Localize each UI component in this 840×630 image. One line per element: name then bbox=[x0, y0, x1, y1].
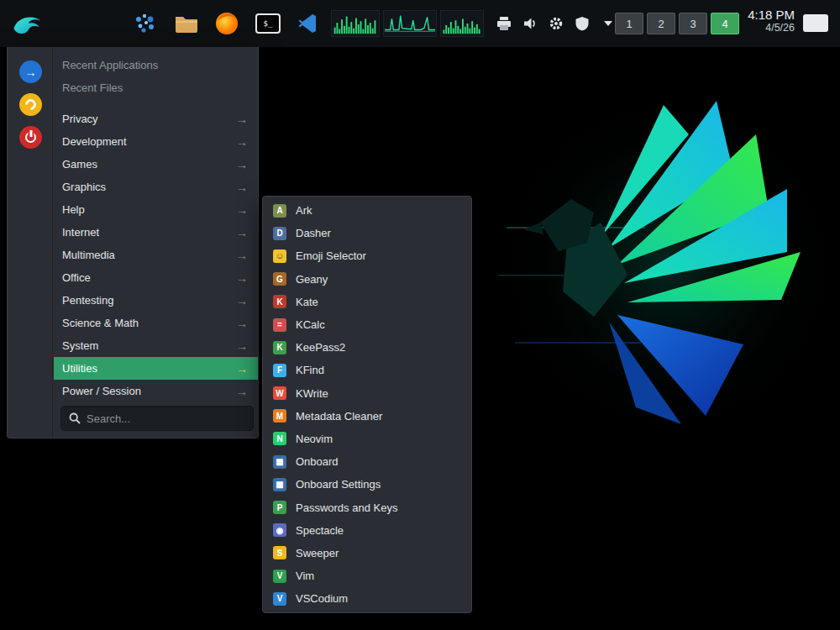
kali-logo-icon bbox=[11, 9, 43, 38]
recent-block: Recent Applications Recent Files bbox=[54, 47, 258, 99]
search-input[interactable] bbox=[87, 412, 245, 425]
submenu-arrow-icon: → bbox=[236, 317, 248, 330]
submenu-item-geany[interactable]: GGeany bbox=[263, 268, 471, 291]
workspace-button-4[interactable]: 4 bbox=[711, 13, 739, 34]
recent-applications-item[interactable]: Recent Applications bbox=[54, 54, 258, 76]
vscode-icon[interactable] bbox=[293, 7, 323, 40]
submenu-item-kfind[interactable]: FKFind bbox=[263, 359, 471, 381]
passwords-and-keys-icon: P bbox=[273, 501, 286, 514]
shutdown-button[interactable] bbox=[19, 126, 42, 149]
volume-icon[interactable] bbox=[522, 15, 538, 32]
submenu-item-onboard-settings[interactable]: ▦Onboard Settings bbox=[263, 473, 471, 496]
menu-category-multimedia[interactable]: Multimedia→ bbox=[54, 244, 258, 266]
submenu-item-sweeper[interactable]: SSweeper bbox=[263, 542, 471, 564]
submenu-item-emoji-selector[interactable]: ☺Emoji Selector bbox=[263, 244, 471, 267]
menu-category-label: Office bbox=[62, 271, 91, 284]
workspace-button-3[interactable]: 3 bbox=[679, 13, 707, 34]
show-desktop-button[interactable] bbox=[803, 14, 828, 32]
submenu-item-ark[interactable]: AArk bbox=[263, 199, 471, 222]
submenu-item-metadata-cleaner[interactable]: MMetadata Cleaner bbox=[263, 405, 471, 428]
menu-content: Recent Applications Recent Files Privacy… bbox=[54, 47, 258, 438]
submenu-item-vscodium[interactable]: VVSCodium bbox=[263, 587, 471, 610]
firefox-icon[interactable] bbox=[212, 7, 242, 40]
workspace-button-2[interactable]: 2 bbox=[647, 13, 675, 34]
shield-icon[interactable] bbox=[574, 15, 591, 32]
application-menu-popup: → Recent Applications Recent Files Priva… bbox=[7, 47, 259, 438]
menu-category-label: Internet bbox=[62, 226, 99, 239]
vim-icon: V bbox=[273, 570, 286, 583]
kwrite-icon: W bbox=[273, 386, 286, 400]
submenu-arrow-icon: → bbox=[236, 113, 248, 126]
menu-category-label: Science & Math bbox=[62, 317, 139, 329]
onboard-settings-icon: ▦ bbox=[273, 478, 286, 491]
terminal-glyph: $_ bbox=[255, 13, 281, 34]
submenu-arrow-icon: → bbox=[236, 339, 248, 353]
memory-graph bbox=[440, 10, 484, 37]
menu-category-pentesting[interactable]: Pentesting→ bbox=[54, 289, 258, 312]
menu-category-privacy[interactable]: Privacy→ bbox=[54, 108, 258, 130]
submenu-arrow-icon: → bbox=[236, 203, 248, 217]
menu-category-office[interactable]: Office→ bbox=[54, 266, 258, 289]
menu-category-label: Multimedia bbox=[62, 249, 115, 261]
submenu-item-keepass2[interactable]: KKeePass2 bbox=[263, 336, 471, 359]
menu-category-internet[interactable]: Internet→ bbox=[54, 221, 258, 244]
submenu-item-passwords-and-keys[interactable]: PPasswords and Keys bbox=[263, 496, 471, 518]
vscodium-icon: V bbox=[273, 592, 286, 606]
submenu-item-neovim[interactable]: NNeovim bbox=[263, 428, 471, 450]
session-shortcut-strip: → bbox=[8, 47, 53, 438]
menu-category-label: System bbox=[62, 339, 98, 352]
category-list: Privacy→Development→Games→Graphics→Help→… bbox=[54, 108, 258, 402]
submenu-item-vim[interactable]: VVim bbox=[263, 564, 471, 587]
kfind-icon: F bbox=[273, 364, 286, 377]
submenu-arrow-icon: → bbox=[236, 362, 248, 375]
restart-button[interactable] bbox=[19, 93, 42, 116]
pager: 1234 bbox=[615, 13, 739, 34]
system-monitor-graphs[interactable] bbox=[331, 10, 484, 37]
clock-widget[interactable]: 4:18 PM 4/5/26 bbox=[748, 8, 795, 34]
file-manager-icon[interactable] bbox=[171, 7, 202, 40]
kali-menu-button[interactable] bbox=[7, 7, 47, 40]
submenu-arrow-icon: → bbox=[236, 158, 248, 171]
kate-icon: K bbox=[273, 295, 286, 308]
submenu-item-spectacle[interactable]: ◉Spectacle bbox=[263, 519, 471, 542]
app-dots-launcher-icon[interactable] bbox=[131, 7, 160, 40]
cpu-graph bbox=[331, 10, 380, 37]
menu-category-games[interactable]: Games→ bbox=[54, 153, 258, 176]
menu-category-help[interactable]: Help→ bbox=[54, 198, 258, 221]
submenu-arrow-icon: → bbox=[236, 135, 248, 149]
tray-expand-chevron-icon[interactable] bbox=[600, 15, 617, 32]
recent-files-item[interactable]: Recent Files bbox=[54, 76, 258, 99]
submenu-item-label: Kate bbox=[296, 296, 318, 308]
submenu-item-label: Geany bbox=[296, 273, 328, 286]
menu-category-science-math[interactable]: Science & Math→ bbox=[54, 312, 258, 334]
logout-button[interactable]: → bbox=[19, 60, 42, 83]
gear-icon[interactable] bbox=[548, 15, 564, 32]
printer-icon[interactable] bbox=[496, 15, 512, 32]
submenu-item-onboard[interactable]: ▦Onboard bbox=[263, 450, 471, 473]
utilities-submenu-popup: AArkDDasher☺Emoji SelectorGGeanyKKate=KC… bbox=[262, 196, 472, 613]
workspace-button-1[interactable]: 1 bbox=[615, 13, 643, 34]
clock-date: 4/5/26 bbox=[748, 22, 795, 34]
submenu-item-label: Emoji Selector bbox=[296, 249, 366, 262]
geany-icon: G bbox=[273, 272, 286, 286]
terminal-icon[interactable]: $_ bbox=[252, 7, 284, 40]
submenu-item-kcalc[interactable]: =KCalc bbox=[263, 313, 471, 336]
network-graph bbox=[383, 10, 437, 37]
menu-category-graphics[interactable]: Graphics→ bbox=[54, 176, 258, 198]
menu-category-development[interactable]: Development→ bbox=[54, 130, 258, 153]
menu-category-power-session[interactable]: Power / Session→ bbox=[54, 380, 258, 402]
submenu-arrow-icon: → bbox=[236, 271, 248, 285]
submenu-item-kwrite[interactable]: WKWrite bbox=[263, 382, 471, 405]
submenu-item-kate[interactable]: KKate bbox=[263, 291, 471, 313]
menu-category-system[interactable]: System→ bbox=[54, 334, 258, 357]
desktop: $_ bbox=[0, 0, 840, 630]
kcalc-icon: = bbox=[273, 318, 286, 332]
submenu-item-label: Neovim bbox=[296, 433, 333, 445]
submenu-item-label: Metadata Cleaner bbox=[296, 410, 382, 423]
submenu-item-dasher[interactable]: DDasher bbox=[263, 222, 471, 244]
menu-category-utilities[interactable]: Utilities→ bbox=[54, 357, 258, 380]
search-icon bbox=[69, 412, 81, 424]
submenu-item-label: KeePass2 bbox=[296, 341, 345, 354]
submenu-item-label: Onboard bbox=[296, 455, 339, 468]
menu-category-label: Games bbox=[62, 158, 97, 171]
